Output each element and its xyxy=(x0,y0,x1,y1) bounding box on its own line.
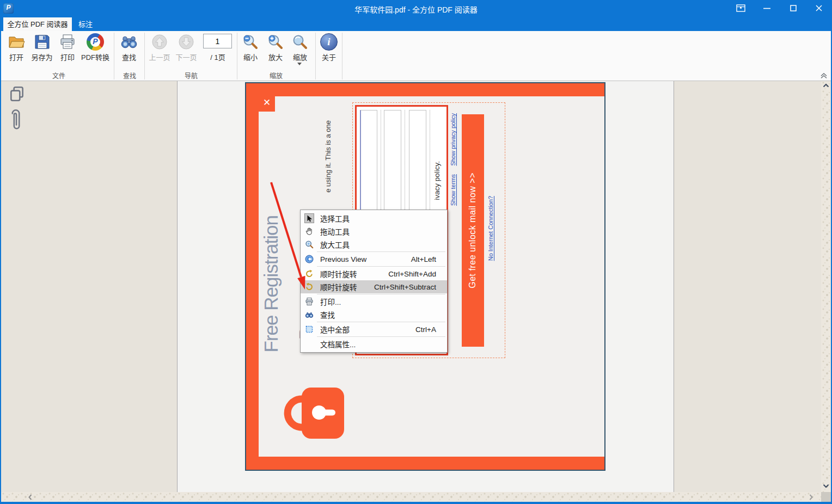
about-button[interactable]: 关于 xyxy=(317,32,340,72)
main-area: ✕ Free Registration P e using it. This i… xyxy=(1,81,821,492)
app-logo-icon xyxy=(3,3,14,14)
context-menu: 选择工具 拖动工具 放大工具 xyxy=(300,210,448,353)
previous-page-icon xyxy=(151,33,168,51)
pdf-convert-button[interactable]: PDF转换 xyxy=(81,32,110,72)
page-number-input[interactable] xyxy=(203,34,232,48)
menu-item-select-all[interactable]: 选中全部 Ctrl+A xyxy=(301,323,447,336)
scroll-down-button[interactable] xyxy=(823,483,829,489)
vertical-scrollbar[interactable] xyxy=(821,81,831,492)
minimize-button[interactable] xyxy=(757,0,776,16)
paperclip-icon xyxy=(9,107,23,132)
zoom-in-button[interactable]: 放大 xyxy=(264,32,287,72)
horizontal-scrollbar[interactable] xyxy=(1,492,821,502)
window-border xyxy=(0,30,1,504)
title-bar: 华军软件园.pdf - 全方位 PDF 阅读器 xyxy=(0,0,832,16)
menu-item-find[interactable]: 查找 xyxy=(301,308,447,321)
ribbon-separator xyxy=(237,33,237,79)
scroll-left-icon xyxy=(28,494,32,500)
next-page-button[interactable]: 下一页 xyxy=(174,32,199,72)
group-label-nav: 导航 xyxy=(146,71,236,80)
group-label-find: 查找 xyxy=(116,71,143,80)
zoom-out-button[interactable]: 缩小 xyxy=(239,32,262,72)
zoom-out-icon xyxy=(242,33,259,51)
previous-page-button[interactable]: 上一页 xyxy=(147,32,172,72)
tab-reader[interactable]: 全方位 PDF 阅读器 xyxy=(3,17,72,31)
pages-icon xyxy=(9,85,25,103)
scroll-up-button[interactable] xyxy=(823,83,829,88)
window-border xyxy=(0,502,832,504)
close-icon xyxy=(816,5,822,11)
menu-item-hand-tool[interactable]: 拖动工具 xyxy=(301,225,447,238)
print-button[interactable]: 打印 xyxy=(56,32,79,72)
menu-item-print[interactable]: 打印... xyxy=(301,295,447,308)
ribbon-tab-bar: 全方位 PDF 阅读器 标注 xyxy=(0,16,832,31)
scroll-down-icon xyxy=(823,484,829,488)
save-as-button[interactable]: 另存为 xyxy=(29,32,54,72)
window-title: 华军软件园.pdf - 全方位 PDF 阅读器 xyxy=(109,4,723,15)
menu-item-rotate-clockwise[interactable]: 顺时针旋转 Ctrl+Shift+Add xyxy=(301,267,447,280)
collapse-ribbon-button[interactable] xyxy=(819,71,830,79)
tab-annotate[interactable]: 标注 xyxy=(72,17,99,31)
minimize-icon xyxy=(763,8,770,9)
save-icon xyxy=(33,33,51,51)
open-folder-icon xyxy=(8,33,25,51)
zoom-in-icon xyxy=(267,33,284,51)
ribbon-display-button[interactable] xyxy=(731,0,750,16)
zoom-icon xyxy=(291,33,309,51)
padlock-icon xyxy=(278,386,345,440)
page-top-band xyxy=(246,83,604,96)
body-text-fragment: e using it. This is a one xyxy=(325,120,332,193)
group-label-zoom: 缩放 xyxy=(238,71,314,80)
scrollbar-corner xyxy=(821,492,831,502)
print-icon xyxy=(304,297,314,306)
show-privacy-link[interactable]: Show privacy policy xyxy=(450,113,457,166)
dialog-close-button[interactable]: ✕ xyxy=(259,94,275,112)
page-bottom-band xyxy=(246,457,604,470)
scroll-left-button[interactable] xyxy=(27,494,33,500)
unlock-banner[interactable]: Get free unlock mail now >> xyxy=(462,114,484,347)
find-icon xyxy=(304,310,314,319)
page-total-label: / 1页 xyxy=(200,52,235,62)
close-button[interactable] xyxy=(810,0,828,16)
zoom-dropdown-caret-icon[interactable] xyxy=(297,63,302,67)
no-internet-link[interactable]: No Internet Connection? xyxy=(488,196,494,261)
menu-item-select-tool[interactable]: 选择工具 xyxy=(301,212,447,225)
ribbon-separator xyxy=(315,33,316,79)
maximize-button[interactable] xyxy=(784,0,803,16)
select-all-icon xyxy=(304,324,314,334)
ribbon-separator xyxy=(144,33,145,79)
binoculars-icon xyxy=(120,33,138,51)
menu-item-document-properties[interactable]: 文档属性... xyxy=(301,337,447,351)
next-page-icon xyxy=(178,33,195,51)
maximize-icon xyxy=(790,5,797,11)
menu-item-rotate-counterclockwise[interactable]: 顺时针旋转 Ctrl+Shift+Subtract xyxy=(301,280,447,293)
menu-separator xyxy=(317,322,445,322)
unlock-banner-text: Get free unlock mail now >> xyxy=(468,173,478,288)
scroll-up-icon xyxy=(823,83,829,88)
annotation-arrow xyxy=(256,174,316,297)
group-label-file: 文件 xyxy=(5,71,112,80)
menu-separator xyxy=(317,336,445,337)
privacy-text-fragment: ivacy policy. xyxy=(433,161,441,200)
scroll-right-icon xyxy=(809,494,813,500)
open-button[interactable]: 打开 xyxy=(5,32,27,72)
menu-separator xyxy=(317,266,445,267)
ribbon-display-icon xyxy=(736,4,745,12)
about-info-icon xyxy=(320,33,338,51)
find-button[interactable]: 查找 xyxy=(117,32,142,72)
ribbon-toolbar: 打开 另存为 打印 xyxy=(1,31,831,81)
ribbon-separator xyxy=(342,33,342,79)
menu-item-previous-view[interactable]: Previous View Alt+Left xyxy=(301,253,447,266)
thumbnails-panel-button[interactable] xyxy=(9,85,25,105)
menu-separator xyxy=(317,251,445,252)
pdf-convert-icon xyxy=(87,33,104,51)
printer-icon xyxy=(59,33,76,51)
menu-item-zoom-tool[interactable]: 放大工具 xyxy=(301,238,447,251)
show-terms-link[interactable]: Show terms xyxy=(450,174,457,206)
menu-separator xyxy=(317,294,445,294)
attachments-panel-button[interactable] xyxy=(9,107,23,134)
app-window: 华军软件园.pdf - 全方位 PDF 阅读器 全方位 PDF 阅读器 xyxy=(0,0,832,504)
scroll-right-button[interactable] xyxy=(808,494,813,500)
chevron-up-icon xyxy=(819,71,829,79)
ribbon-separator xyxy=(114,33,114,79)
